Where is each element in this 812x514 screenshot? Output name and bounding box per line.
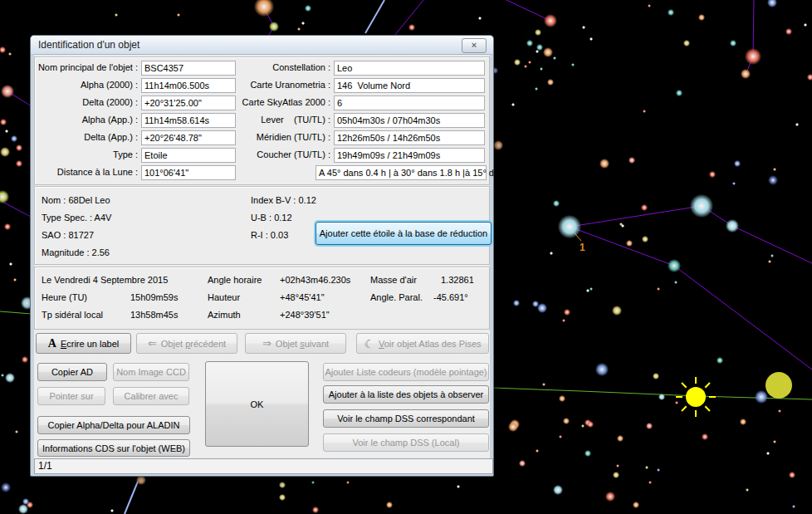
masse-air-label: Masse d'air xyxy=(370,273,417,286)
star xyxy=(613,472,619,478)
close-button[interactable]: × xyxy=(462,38,487,53)
star xyxy=(559,395,565,402)
star xyxy=(778,409,781,413)
ajouter-liste-objets-button[interactable]: Ajouter à la liste des objets à observer xyxy=(323,385,489,404)
button-text: Ecrire un label xyxy=(61,339,119,349)
star xyxy=(301,22,305,25)
star xyxy=(177,13,180,17)
infos-cds-button[interactable]: Informations CDS sur l'objet (WEB) xyxy=(37,439,190,457)
star xyxy=(648,481,652,484)
star xyxy=(641,204,648,211)
coordinates-groupbox: Nom principal de l'objet : Alpha (2000) … xyxy=(34,56,490,185)
star xyxy=(586,289,589,292)
nom-image-ccd-button: Nom Image CCD xyxy=(113,363,189,381)
star xyxy=(795,123,799,126)
field-value: 05h04m30s / 07h04m30s xyxy=(337,115,440,125)
star xyxy=(676,90,682,96)
star xyxy=(526,40,533,47)
star xyxy=(535,29,541,36)
status-bar: 1/1 xyxy=(34,458,493,474)
star xyxy=(553,56,556,60)
type-spec-line: Type Spec. : A4V xyxy=(42,211,111,224)
star xyxy=(513,300,520,306)
arrow-left-icon: ⇐ xyxy=(148,339,157,348)
type-spec-label: Type Spec. : xyxy=(42,213,92,223)
objet-suivant-button: ⇒ Objet suivant xyxy=(245,333,346,354)
ecrire-label-button[interactable]: A Ecrire un label xyxy=(36,333,131,354)
button-text: Ajouter Liste codeurs (modèle pointage) xyxy=(325,367,487,377)
ok-button[interactable]: OK xyxy=(205,361,309,447)
star xyxy=(740,419,746,425)
star xyxy=(537,303,547,313)
meridien-field[interactable]: 12h26m50s / 14h26m50s xyxy=(334,130,485,145)
star xyxy=(804,23,807,27)
star xyxy=(279,482,286,488)
uranometria-label: Carte Uranometria : xyxy=(191,78,330,92)
star xyxy=(536,50,539,53)
coucher-field[interactable]: 19h49m09s / 21h49m09s xyxy=(334,148,485,163)
star xyxy=(674,281,677,284)
magnitude-label: Magnitude : xyxy=(42,247,89,257)
close-icon: × xyxy=(472,40,477,50)
delta-app-label: Delta (App.) : xyxy=(35,130,138,144)
star xyxy=(653,373,659,379)
button-text: Nom Image CCD xyxy=(116,367,186,377)
star xyxy=(547,79,554,86)
star xyxy=(519,460,526,467)
distance-lune-field[interactable]: 101°06'41" xyxy=(141,165,236,180)
star xyxy=(773,440,776,443)
star xyxy=(734,160,741,167)
button-text: Objet précédent xyxy=(161,339,226,349)
star xyxy=(617,435,624,442)
star xyxy=(312,507,319,513)
button-text: Copier Alpha/Delta pour ALADIN xyxy=(48,420,180,430)
star xyxy=(726,219,739,233)
heure-tu-value: 15h09m59s xyxy=(130,291,179,304)
sao-line: SAO : 81727 xyxy=(42,228,94,242)
type-label: Type : xyxy=(35,148,138,162)
star xyxy=(770,254,774,257)
dialog-title: Identification d'un objet xyxy=(38,39,139,51)
lever-field[interactable]: 05h04m30s / 07h04m30s xyxy=(334,113,485,128)
objet-precedent-button: ⇐ Objet précédent xyxy=(136,333,237,354)
sao-label: SAO : xyxy=(42,230,66,240)
field-value: Leo xyxy=(337,63,352,73)
star xyxy=(621,224,624,228)
arrow-right-icon: ⇒ xyxy=(262,339,271,348)
star xyxy=(0,119,7,125)
distance-lune-label: Distance à la Lune : xyxy=(35,165,138,179)
dialog-titlebar[interactable]: Identification d'un objet × xyxy=(31,36,493,55)
add-reduction-button[interactable]: Ajouter cette étoile à la base de réduct… xyxy=(316,222,492,245)
button-text: Ajouter cette étoile à la base de réduct… xyxy=(320,228,487,238)
star xyxy=(595,363,609,376)
sun-ray xyxy=(682,406,687,411)
star xyxy=(1,374,4,377)
copier-ad-button[interactable]: Copier AD xyxy=(37,363,107,381)
skyatlas-field[interactable]: 6 xyxy=(334,95,485,110)
button-text: Pointer sur xyxy=(49,391,93,401)
voir-dss-local-button: Voir le champ DSS (Local) xyxy=(323,433,489,452)
nom-value: 68Del Leo xyxy=(68,195,110,205)
star-info-groupbox: Nom : 68Del Leo Type Spec. : A4V SAO : 8… xyxy=(34,186,490,265)
star xyxy=(730,40,736,47)
star xyxy=(599,159,609,169)
copier-aladin-button[interactable]: Copier Alpha/Delta pour ALADIN xyxy=(37,416,190,434)
star-marker-label: 1 xyxy=(580,242,585,253)
star xyxy=(542,383,545,386)
angle-horaire-label: Angle horaire xyxy=(208,273,262,286)
label-a-icon: A xyxy=(48,339,56,348)
star xyxy=(1,85,14,98)
voir-dss-correspondant-button[interactable]: Voir le champ DSS correspondant xyxy=(323,409,489,428)
star xyxy=(683,40,690,47)
constellation-field[interactable]: Leo xyxy=(334,61,485,76)
alpha-app-label: Alpha (App.) : xyxy=(35,113,138,127)
button-text: Informations CDS sur l'objet (WEB) xyxy=(42,443,185,453)
star xyxy=(658,394,665,400)
uranometria-field[interactable]: 146 Volume Nord xyxy=(334,78,485,93)
star xyxy=(8,52,12,56)
star xyxy=(562,319,565,322)
ri-value: 0.03 xyxy=(271,230,288,240)
angle-paral-value: -45.691° xyxy=(433,291,468,304)
identification-dialog: Identification d'un objet × Nom principa… xyxy=(30,35,494,477)
sun-ray xyxy=(705,406,710,411)
